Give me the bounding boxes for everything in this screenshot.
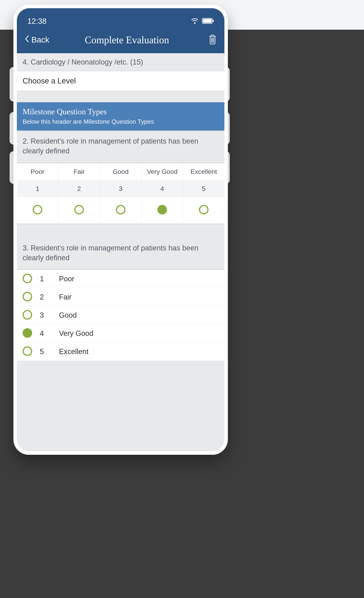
radio-icon <box>23 292 32 301</box>
milestone-header: Milestone Question Types Below this head… <box>17 102 224 131</box>
delete-button[interactable] <box>208 34 217 45</box>
question-3-text: 3. Resident’s role in management of pati… <box>23 244 198 262</box>
q2-col-number: 4 <box>141 180 183 197</box>
radio-selected-icon <box>23 328 32 338</box>
q2-radio-3[interactable] <box>100 197 141 224</box>
nav-bar: Back Complete Evaluation <box>17 28 224 53</box>
q3-option-label: Excellent <box>59 348 89 356</box>
q3-option-4[interactable]: 4 Very Good <box>17 324 224 342</box>
wifi-icon <box>191 17 199 25</box>
milestone-title: Milestone Question Types <box>23 107 219 116</box>
battery-icon <box>202 17 214 25</box>
section-4-header: 4. Cardiology / Neonatology /etc. (15) <box>17 53 224 71</box>
q2-col-number: 1 <box>17 180 58 197</box>
q2-header-row: Poor Fair Good Very Good Excellent <box>17 163 224 180</box>
question-3-header: 3. Resident’s role in management of pati… <box>17 237 224 270</box>
q2-radio-4[interactable] <box>141 197 183 224</box>
status-bar: 12:38 <box>17 8 224 28</box>
question-2-text: 2. Resident’s role in management of pati… <box>23 137 198 155</box>
status-icons <box>191 17 214 25</box>
q3-option-number: 2 <box>40 293 51 301</box>
spacer <box>17 224 224 237</box>
q2-number-row: 1 2 3 4 5 <box>17 180 224 197</box>
nav-title: Complete Evaluation <box>45 34 208 46</box>
phone-frame: 12:38 Back Complete Evaluation <box>13 5 228 455</box>
phone-screen: 12:38 Back Complete Evaluation <box>17 8 224 451</box>
radio-icon <box>23 274 32 283</box>
question-2-grid: Poor Fair Good Very Good Excellent 1 2 3… <box>17 163 224 224</box>
q3-option-label: Good <box>59 311 77 319</box>
q3-option-number: 4 <box>40 329 51 338</box>
q3-option-number: 1 <box>40 275 51 283</box>
radio-icon <box>23 310 32 320</box>
svg-rect-3 <box>213 20 214 22</box>
q2-col-header: Fair <box>58 163 100 180</box>
q2-col-header: Very Good <box>141 163 183 180</box>
radio-icon <box>33 205 42 215</box>
q3-option-3[interactable]: 3 Good <box>17 306 224 324</box>
radio-icon <box>199 205 208 215</box>
q2-radio-row <box>17 197 224 224</box>
q2-col-number: 3 <box>100 180 141 197</box>
radio-icon <box>74 205 84 215</box>
q2-col-header: Good <box>100 163 141 180</box>
q2-radio-1[interactable] <box>17 197 58 224</box>
q3-option-label: Very Good <box>59 329 93 338</box>
chevron-left-icon <box>25 35 30 45</box>
radio-icon <box>116 205 125 215</box>
svg-point-0 <box>194 22 195 23</box>
q3-option-label: Fair <box>59 293 71 301</box>
radio-selected-icon <box>157 205 167 215</box>
milestone-subtitle: Below this header are Milestone Question… <box>23 118 219 125</box>
choose-level-label: Choose a Level <box>23 77 76 85</box>
spacer <box>17 91 224 102</box>
q3-option-5[interactable]: 5 Excellent <box>17 342 224 361</box>
q2-col-number: 2 <box>58 180 100 197</box>
q3-option-label: Poor <box>59 275 74 283</box>
q2-col-header: Excellent <box>183 163 224 180</box>
q3-option-number: 5 <box>40 348 51 356</box>
q2-radio-5[interactable] <box>183 197 224 224</box>
q2-radio-2[interactable] <box>58 197 100 224</box>
q3-option-number: 3 <box>40 311 51 319</box>
q2-col-number: 5 <box>183 180 224 197</box>
q2-col-header: Poor <box>17 163 58 180</box>
svg-rect-2 <box>203 19 212 23</box>
status-time: 12:38 <box>27 17 47 25</box>
radio-icon <box>23 346 32 356</box>
q3-option-1[interactable]: 1 Poor <box>17 270 224 288</box>
q3-option-2[interactable]: 2 Fair <box>17 288 224 306</box>
question-3-list: 1 Poor 2 Fair 3 Good 4 Very Good 5 E <box>17 270 224 361</box>
question-2-header: 2. Resident’s role in management of pati… <box>17 131 224 163</box>
section-4-title: 4. Cardiology / Neonatology /etc. (15) <box>23 58 143 66</box>
choose-level-row[interactable]: Choose a Level <box>17 71 224 91</box>
trash-icon <box>208 34 217 45</box>
